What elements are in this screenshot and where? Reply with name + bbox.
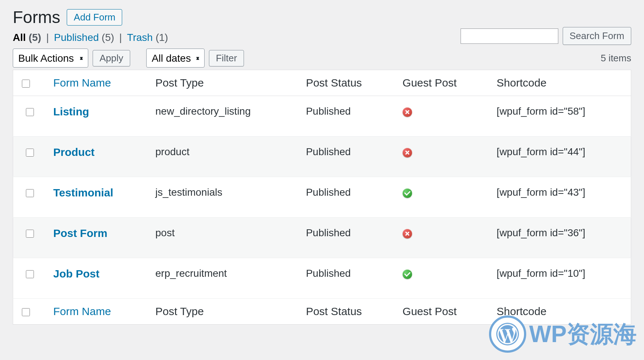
table-row: Post FormpostPublished[wpuf_form id="36"… xyxy=(13,218,631,258)
x-icon xyxy=(403,107,412,117)
filter-published-label: Published xyxy=(54,32,99,43)
table-row: ProductproductPublished[wpuf_form id="44… xyxy=(13,137,631,177)
watermark-text: WP资源海 xyxy=(529,318,637,336)
row-checkbox[interactable] xyxy=(26,108,34,116)
col-post-status-footer: Post Status xyxy=(299,299,395,325)
filter-all-label: All xyxy=(13,32,26,43)
post-status-cell: Published xyxy=(299,137,395,177)
apply-button[interactable]: Apply xyxy=(93,50,130,66)
col-guest-post: Guest Post xyxy=(395,70,489,96)
form-name-link[interactable]: Listing xyxy=(53,106,89,118)
add-form-button[interactable]: Add Form xyxy=(67,9,122,26)
select-all-checkbox-footer[interactable] xyxy=(22,308,30,316)
row-checkbox[interactable] xyxy=(26,149,34,157)
shortcode-cell: [wpuf_form id="58"] xyxy=(489,96,631,137)
post-status-cell: Published xyxy=(299,258,395,299)
separator: | xyxy=(44,32,51,43)
bulk-actions-select[interactable]: Bulk Actions xyxy=(13,49,88,68)
post-type-cell: new_directory_listing xyxy=(148,96,299,137)
check-icon xyxy=(403,269,412,279)
x-icon xyxy=(403,148,412,157)
post-type-cell: js_testimonials xyxy=(148,177,299,218)
date-filter-select[interactable]: All dates xyxy=(146,49,205,68)
shortcode-cell: [wpuf_form id="10"] xyxy=(489,258,631,299)
item-count: 5 items xyxy=(601,53,631,64)
col-form-name[interactable]: Form Name xyxy=(53,77,111,89)
col-shortcode: Shortcode xyxy=(489,70,631,96)
col-post-type: Post Type xyxy=(148,70,299,96)
filter-trash-count: (1) xyxy=(156,32,168,43)
filter-all[interactable]: All (5) xyxy=(13,32,41,43)
page-title: Forms xyxy=(13,7,60,27)
select-all-checkbox[interactable] xyxy=(22,80,30,88)
wordpress-logo-icon xyxy=(489,315,526,336)
filter-all-count: (5) xyxy=(29,32,41,43)
shortcode-cell: [wpuf_form id="44"] xyxy=(489,137,631,177)
forms-table: Form Name Post Type Post Status Guest Po… xyxy=(13,70,631,325)
row-checkbox[interactable] xyxy=(26,270,34,278)
guest-post-cell xyxy=(395,137,489,177)
guest-post-cell xyxy=(395,177,489,218)
filter-button[interactable]: Filter xyxy=(209,50,244,66)
check-icon xyxy=(403,188,412,198)
table-row: Job Posterp_recruitmentPublished[wpuf_fo… xyxy=(13,258,631,299)
search-form-button[interactable]: Search Form xyxy=(563,27,631,45)
post-type-cell: post xyxy=(148,218,299,258)
row-checkbox[interactable] xyxy=(26,189,34,197)
post-status-cell: Published xyxy=(299,96,395,137)
separator: | xyxy=(117,32,124,43)
row-checkbox[interactable] xyxy=(26,230,34,238)
shortcode-cell: [wpuf_form id="43"] xyxy=(489,177,631,218)
form-name-link[interactable]: Job Post xyxy=(53,268,100,280)
post-status-cell: Published xyxy=(299,218,395,258)
form-name-link[interactable]: Testimonial xyxy=(53,187,113,199)
col-form-name-footer[interactable]: Form Name xyxy=(53,305,111,317)
form-name-link[interactable]: Post Form xyxy=(53,227,107,239)
watermark: WP资源海 xyxy=(489,315,637,336)
guest-post-cell xyxy=(395,218,489,258)
table-row: Listingnew_directory_listingPublished[wp… xyxy=(13,96,631,137)
col-post-type-footer: Post Type xyxy=(148,299,299,325)
col-guest-post-footer: Guest Post xyxy=(395,299,489,325)
filter-trash-label: Trash xyxy=(127,32,153,43)
filter-published-count: (5) xyxy=(102,32,114,43)
table-row: Testimonialjs_testimonialsPublished[wpuf… xyxy=(13,177,631,218)
search-input[interactable] xyxy=(461,28,558,44)
form-name-link[interactable]: Product xyxy=(53,146,94,158)
guest-post-cell xyxy=(395,96,489,137)
x-icon xyxy=(403,229,412,238)
post-type-cell: product xyxy=(148,137,299,177)
post-type-cell: erp_recruitment xyxy=(148,258,299,299)
shortcode-cell: [wpuf_form id="36"] xyxy=(489,218,631,258)
filter-trash[interactable]: Trash (1) xyxy=(127,32,168,43)
guest-post-cell xyxy=(395,258,489,299)
post-status-cell: Published xyxy=(299,177,395,218)
filter-published[interactable]: Published (5) xyxy=(54,32,114,43)
col-post-status: Post Status xyxy=(299,70,395,96)
